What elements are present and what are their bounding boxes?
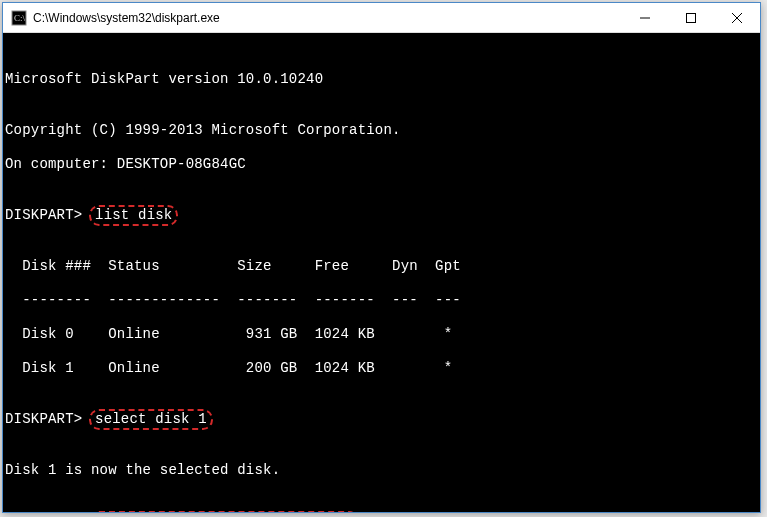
cmd-list-disk: list disk <box>89 205 178 226</box>
table-header: Disk ### Status Size Free Dyn Gpt <box>5 258 758 275</box>
msg-selected: Disk 1 is now the selected disk. <box>5 462 758 479</box>
computer-line: On computer: DESKTOP-08G84GC <box>5 156 758 173</box>
prompt-label: DISKPART> <box>5 411 82 427</box>
minimize-button[interactable] <box>622 3 668 32</box>
prompt-line-1: DISKPART> list disk <box>5 207 758 224</box>
copyright-line: Copyright (C) 1999-2013 Microsoft Corpor… <box>5 122 758 139</box>
console-output[interactable]: Microsoft DiskPart version 10.0.10240 Co… <box>3 33 760 512</box>
prompt-label: DISKPART> <box>5 207 82 223</box>
table-row: Disk 0 Online 931 GB 1024 KB * <box>5 326 758 343</box>
window-controls <box>622 3 760 32</box>
cmd-select-disk: select disk 1 <box>89 409 213 430</box>
app-icon: C:\ <box>11 10 27 26</box>
prompt-line-2: DISKPART> select disk 1 <box>5 411 758 428</box>
table-divider: -------- ------------- ------- ------- -… <box>5 292 758 309</box>
console-window: C:\ C:\Windows\system32\diskpart.exe Mic… <box>2 2 761 513</box>
version-line: Microsoft DiskPart version 10.0.10240 <box>5 71 758 88</box>
window-title: C:\Windows\system32\diskpart.exe <box>33 11 622 25</box>
cmd-attributes-clear: attributes disk clear readonly <box>89 511 359 512</box>
close-button[interactable] <box>714 3 760 32</box>
svg-rect-3 <box>687 13 696 22</box>
table-row: Disk 1 Online 200 GB 1024 KB * <box>5 360 758 377</box>
svg-text:C:\: C:\ <box>14 13 26 23</box>
titlebar[interactable]: C:\ C:\Windows\system32\diskpart.exe <box>3 3 760 33</box>
maximize-button[interactable] <box>668 3 714 32</box>
